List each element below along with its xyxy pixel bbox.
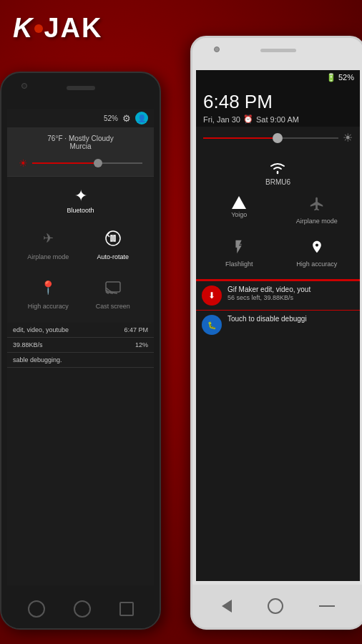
- wifi-tile-center[interactable]: BRMU6: [196, 153, 360, 189]
- flashlight-tile[interactable]: Flashlight: [213, 235, 265, 272]
- notif-icon-1: ⬇: [202, 286, 222, 306]
- wifi-icon: [267, 159, 288, 176]
- airplane-mode-toggle[interactable]: ✈ Airplane mode: [17, 221, 79, 265]
- airplane-icon-right: [309, 196, 325, 212]
- notif-sub-right-1: 56 secs left, 39.88KB/s: [228, 294, 354, 301]
- screen-right: 🔋 52% 6:48 PM Fri, Jan 30 ⏰ Sat 9:00 AM …: [196, 70, 360, 581]
- date-row: Fri, Jan 30 ⏰ Sat 9:00 AM: [203, 114, 353, 124]
- cast-screen-toggle[interactable]: Cast screen: [82, 270, 144, 314]
- location-icon-right: [310, 239, 324, 255]
- recents-button-right[interactable]: [319, 605, 335, 607]
- camera-left: [21, 83, 27, 89]
- airplane-tile[interactable]: Airplane mode: [291, 192, 343, 229]
- alarm-icon: ⏰: [243, 114, 253, 124]
- notif-item-3[interactable]: sable debugging.: [7, 353, 154, 368]
- time-block-right: 6:48 PM Fri, Jan 30 ⏰ Sat 9:00 AM: [196, 85, 360, 127]
- toggle-row-2: 📍 High accuracy Cast screen: [13, 268, 148, 317]
- camera-right: [214, 47, 220, 52]
- auto-rotate-toggle[interactable]: Auto-rotate: [82, 221, 144, 265]
- bluetooth-label: Bluetooth: [67, 207, 94, 214]
- logo-dot: [34, 24, 43, 33]
- status-right-icons: 🔋 52%: [326, 73, 354, 82]
- bluetooth-toggle[interactable]: ✦ Bluetooth: [13, 182, 148, 218]
- flashlight-icon: [231, 239, 247, 258]
- current-time: 6:48 PM: [203, 91, 353, 113]
- avatar-icon[interactable]: 👤: [135, 112, 148, 125]
- speaker-left: [67, 86, 95, 90]
- alarm-time: Sat 9:00 AM: [256, 115, 299, 124]
- location-tile-icon: [310, 239, 324, 258]
- yoigo-tile[interactable]: Yoigo: [213, 192, 265, 229]
- notifications-left: edit, video, youtube 6:47 PM 39.88KB/s 1…: [7, 323, 154, 368]
- airplane-icon-box: ✈: [35, 225, 61, 251]
- notif-time-1: 6:47 PM: [124, 326, 148, 333]
- brightness-fill: [32, 162, 98, 164]
- battery-text-left: 52%: [104, 114, 118, 122]
- tile-row-1: Yoigo Airplane mode: [196, 189, 360, 232]
- home-button-left[interactable]: [74, 600, 91, 618]
- brightness-icon: ☀: [19, 157, 28, 169]
- auto-rotate-icon-box: [100, 225, 126, 251]
- notif-text-1: Gif Maker edit, video, yout 56 secs left…: [228, 286, 354, 301]
- notif-right-2[interactable]: 🐛 Touch to disable debuggi: [196, 310, 360, 339]
- logo: KJAK: [13, 13, 102, 44]
- nav-bar-left: [1, 589, 160, 628]
- notif-item-2[interactable]: 39.88KB/s 12%: [7, 338, 154, 353]
- network-icon: [232, 196, 246, 209]
- settings-icon[interactable]: ⚙: [122, 113, 131, 124]
- notif-title-1: edit, video, youtube: [13, 326, 124, 333]
- quick-settings-left: 76°F · Mostly Cloudy Murcia ☀: [7, 127, 154, 176]
- high-accuracy-toggle-left[interactable]: 📍 High accuracy: [17, 270, 79, 314]
- location-icon: 📍: [40, 280, 56, 296]
- flashlight-svg: [231, 239, 247, 255]
- weather-info: 76°F · Mostly Cloudy Murcia: [14, 132, 147, 155]
- airplane-label: Airplane mode: [296, 218, 338, 225]
- toggle-row-1: ✈ Airplane mode Auto-rotate: [13, 218, 148, 268]
- notif-right-1[interactable]: ⬇ Gif Maker edit, video, yout 56 secs le…: [196, 280, 360, 310]
- notif-speed: 39.88KB/s: [13, 341, 43, 348]
- high-accuracy-tile[interactable]: High accuracy: [291, 235, 343, 272]
- current-date: Fri, Jan 30: [203, 115, 240, 124]
- home-button-right[interactable]: [268, 598, 283, 614]
- brightness-thumb-right: [273, 133, 283, 143]
- brightness-slider-left[interactable]: ☀: [14, 155, 147, 172]
- airplane-tile-icon: [309, 196, 325, 215]
- cast-screen-icon: [104, 280, 122, 295]
- location-icon-box: 📍: [35, 275, 61, 301]
- flashlight-label: Flashlight: [225, 260, 253, 268]
- status-bar-right: 🔋 52%: [196, 70, 360, 85]
- airplane-mode-label: Airplane mode: [27, 253, 69, 260]
- brightness-row-right[interactable]: ☀: [196, 127, 360, 149]
- brightness-fill-right: [203, 137, 278, 139]
- yoigo-label: Yoigo: [231, 211, 247, 218]
- back-button-right[interactable]: [222, 600, 232, 613]
- auto-rotate-label: Auto-rotate: [97, 253, 129, 260]
- brightness-bar-right: [203, 137, 338, 139]
- wifi-tile: BRMU6: [265, 159, 290, 186]
- notif-item-1[interactable]: edit, video, youtube 6:47 PM: [7, 323, 154, 338]
- cast-screen-label: Cast screen: [96, 303, 130, 310]
- speaker-right: [260, 49, 296, 52]
- airplane-mode-icon: ✈: [43, 230, 54, 246]
- nav-bar-right: [192, 585, 362, 628]
- svg-rect-0: [106, 282, 120, 292]
- recents-button-left[interactable]: [119, 602, 134, 616]
- cast-icon-box: [100, 275, 126, 301]
- phone-left: 52% ⚙ 👤 76°F · Mostly Cloudy Murcia ☀ ✦ …: [0, 72, 161, 630]
- phone-right: 🔋 52% 6:48 PM Fri, Jan 30 ⏰ Sat 9:00 AM …: [190, 36, 362, 630]
- back-button-left[interactable]: [28, 600, 45, 618]
- screen-left: 52% ⚙ 👤 76°F · Mostly Cloudy Murcia ☀ ✦ …: [7, 109, 154, 585]
- notif-percent: 12%: [135, 341, 148, 348]
- tiles-section-right: BRMU6 Yoigo Airplane mod: [196, 149, 360, 279]
- notif-debug: sable debugging.: [13, 356, 62, 364]
- bluetooth-icon: ✦: [74, 187, 87, 205]
- battery-right: 🔋 52%: [326, 73, 354, 82]
- brightness-icon-right: ☀: [343, 131, 353, 145]
- notif-title-right-1: Gif Maker edit, video, yout: [228, 286, 354, 293]
- brightness-bar-left: [32, 162, 142, 164]
- status-bar-left: 52% ⚙ 👤: [7, 109, 154, 127]
- high-accuracy-label: High accuracy: [296, 260, 337, 268]
- logo-text2: JAK: [44, 13, 102, 43]
- brightness-thumb: [94, 159, 102, 167]
- notifications-right: ⬇ Gif Maker edit, video, yout 56 secs le…: [196, 279, 360, 339]
